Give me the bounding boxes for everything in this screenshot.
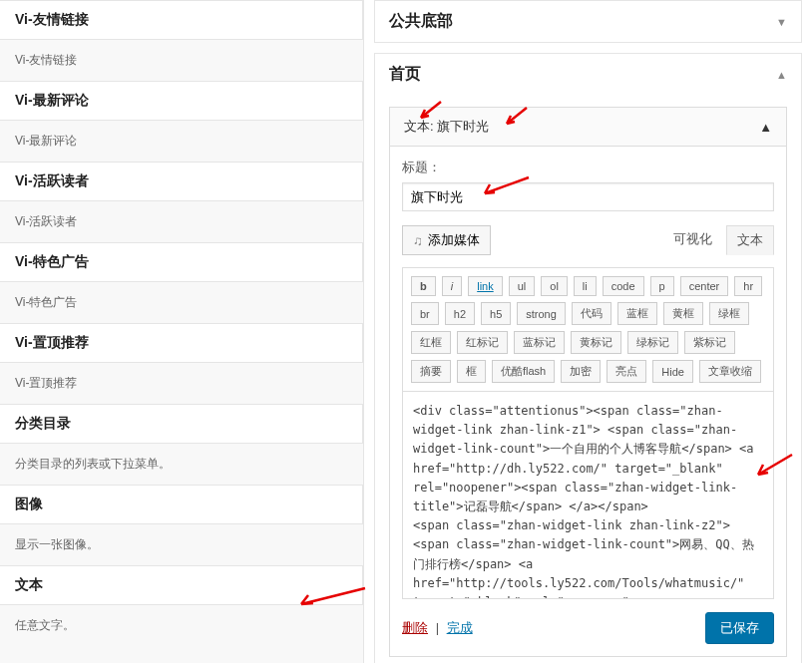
toolbar-encrypt[interactable]: 加密 [561, 360, 601, 383]
widget-item[interactable]: Vi-友情链接 [0, 0, 363, 40]
widget-desc: Vi-置顶推荐 [0, 363, 363, 404]
add-media-label: 添加媒体 [428, 231, 480, 249]
widget-header-text[interactable]: 文本: 旗下时光 ▲ [389, 107, 787, 147]
widget-area-column: 公共底部 ▼ 首页 ▲ 文本: 旗下时光 ▲ 标题： ♫ [364, 0, 812, 663]
editor-tabs: 可视化 文本 [663, 225, 774, 255]
widget-item[interactable]: 图像 [0, 485, 363, 524]
widget-actions: 删除 | 完成 [402, 619, 473, 637]
toolbar-frame[interactable]: 框 [457, 360, 486, 383]
add-media-button[interactable]: ♫ 添加媒体 [402, 225, 491, 255]
toolbar-summary[interactable]: 摘要 [411, 360, 451, 383]
chevron-down-icon: ▼ [776, 16, 787, 28]
widget-desc: 分类目录的列表或下拉菜单。 [0, 444, 363, 485]
widget-desc: 显示一张图像。 [0, 524, 363, 565]
toolbar-li[interactable]: li [574, 276, 597, 296]
title-label: 标题： [402, 159, 774, 176]
toolbar-hide[interactable]: Hide [652, 360, 693, 383]
widget-item[interactable]: 文本 [0, 565, 363, 605]
toolbar-link[interactable]: link [468, 276, 503, 296]
toolbar-bluebox[interactable]: 蓝框 [617, 302, 657, 325]
toolbar-yellowbox[interactable]: 黄框 [663, 302, 703, 325]
saved-button[interactable]: 已保存 [705, 612, 774, 644]
editor-toolbar: b i link ul ol li code p center hr br h2… [402, 267, 774, 392]
panel-header-homepage[interactable]: 首页 ▲ [375, 54, 801, 95]
separator: | [436, 620, 439, 635]
toolbar-highlight[interactable]: 亮点 [607, 360, 646, 383]
widget-item[interactable]: 分类目录 [0, 404, 363, 444]
toolbar-br[interactable]: br [411, 302, 439, 325]
widget-desc: Vi-友情链接 [0, 40, 363, 81]
widget-item[interactable]: Vi-置顶推荐 [0, 323, 363, 363]
done-link[interactable]: 完成 [447, 620, 473, 635]
panel-title: 公共底部 [389, 11, 453, 32]
widget-item[interactable]: Vi-最新评论 [0, 81, 363, 121]
widget-title: 文本: 旗下时光 [404, 118, 489, 136]
panel-header-public-footer[interactable]: 公共底部 ▼ [375, 1, 801, 42]
chevron-up-icon: ▲ [776, 69, 787, 81]
delete-link[interactable]: 删除 [402, 620, 428, 635]
panel-homepage: 首页 ▲ 文本: 旗下时光 ▲ 标题： ♫ 添加媒体 [374, 53, 802, 663]
panel-title: 首页 [389, 64, 421, 85]
chevron-up-icon: ▲ [759, 120, 772, 135]
toolbar-hr[interactable]: hr [734, 276, 762, 296]
toolbar-h5[interactable]: h5 [481, 302, 511, 325]
toolbar-ul[interactable]: ul [509, 276, 536, 296]
toolbar-redmark[interactable]: 红标记 [457, 331, 508, 354]
toolbar-collapse[interactable]: 文章收缩 [699, 360, 761, 383]
tab-visual[interactable]: 可视化 [663, 225, 722, 255]
widget-desc: Vi-活跃读者 [0, 201, 363, 242]
toolbar-greenmark[interactable]: 绿标记 [627, 331, 678, 354]
toolbar-p[interactable]: p [650, 276, 674, 296]
toolbar-youku[interactable]: 优酷flash [492, 360, 555, 383]
toolbar-h2[interactable]: h2 [445, 302, 475, 325]
tab-text[interactable]: 文本 [726, 225, 774, 255]
media-icon: ♫ [413, 233, 423, 248]
panel-public-footer: 公共底部 ▼ [374, 0, 802, 43]
toolbar-code[interactable]: code [603, 276, 644, 296]
content-textarea[interactable] [402, 392, 774, 599]
widget-desc: Vi-特色广告 [0, 282, 363, 323]
toolbar-daima[interactable]: 代码 [572, 302, 611, 325]
widget-desc: 任意文字。 [0, 605, 363, 646]
toolbar-redbox[interactable]: 红框 [411, 331, 451, 354]
toolbar-ol[interactable]: ol [541, 276, 568, 296]
toolbar-purplemark[interactable]: 紫标记 [684, 331, 735, 354]
toolbar-strong[interactable]: strong [517, 302, 566, 325]
widget-item[interactable]: Vi-特色广告 [0, 242, 363, 282]
toolbar-yellowmark[interactable]: 黄标记 [571, 331, 621, 354]
available-widgets-sidebar: Vi-友情链接 Vi-友情链接 Vi-最新评论 Vi-最新评论 Vi-活跃读者 … [0, 0, 364, 663]
toolbar-center[interactable]: center [680, 276, 729, 296]
panel-body: 文本: 旗下时光 ▲ 标题： ♫ 添加媒体 可视化 文本 [375, 95, 801, 663]
toolbar-bluemark[interactable]: 蓝标记 [514, 331, 565, 354]
toolbar-b[interactable]: b [411, 276, 436, 296]
widget-body: 标题： ♫ 添加媒体 可视化 文本 b i [389, 147, 787, 657]
widget-desc: Vi-最新评论 [0, 121, 363, 162]
toolbar-i[interactable]: i [442, 276, 462, 296]
toolbar-greenbox[interactable]: 绿框 [709, 302, 749, 325]
title-input[interactable] [402, 182, 774, 211]
widget-item[interactable]: Vi-活跃读者 [0, 162, 363, 201]
